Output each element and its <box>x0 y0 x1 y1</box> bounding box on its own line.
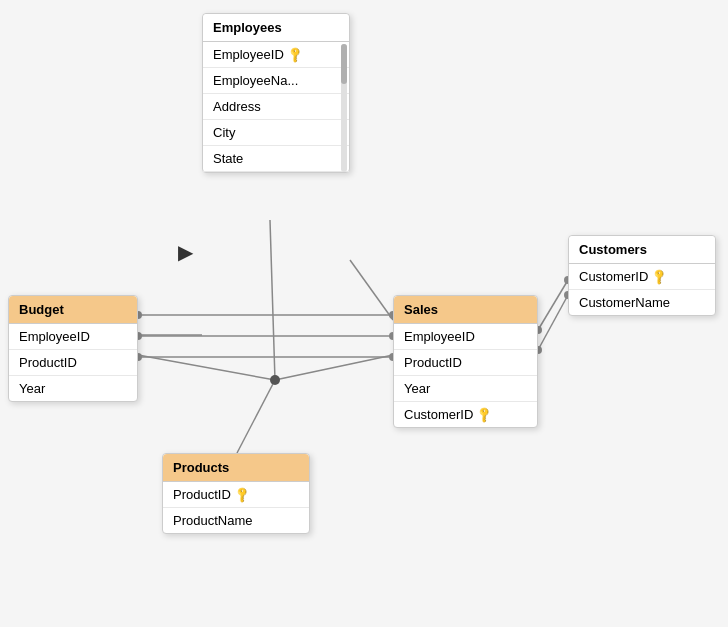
table-row: Year <box>9 376 137 401</box>
row-label: EmployeeID <box>19 329 90 344</box>
table-row: EmployeeID <box>394 324 537 350</box>
table-row: ProductID <box>9 350 137 376</box>
row-label: State <box>213 151 243 166</box>
sales-table-header: Sales <box>394 296 537 324</box>
table-row: ProductID 🔑 <box>163 482 309 508</box>
svg-line-5 <box>237 380 275 453</box>
svg-line-9 <box>538 280 568 330</box>
table-row: CustomerID 🔑 <box>394 402 537 427</box>
svg-line-10 <box>538 295 568 350</box>
svg-line-4 <box>275 355 393 380</box>
table-row: EmployeeID <box>9 324 137 350</box>
svg-line-1 <box>350 260 393 320</box>
customers-table-header: Customers <box>569 236 715 264</box>
table-row: ProductID <box>394 350 537 376</box>
table-row: EmployeeID 🔑 <box>203 42 349 68</box>
table-row: Address <box>203 94 349 120</box>
key-icon: 🔑 <box>650 267 669 286</box>
cursor: ▶ <box>178 240 193 264</box>
table-row: ProductName <box>163 508 309 533</box>
row-label: EmployeeNa... <box>213 73 298 88</box>
svg-point-11 <box>270 375 280 385</box>
table-row: Year <box>394 376 537 402</box>
table-row: City <box>203 120 349 146</box>
employees-table[interactable]: Employees EmployeeID 🔑 EmployeeNa... Add… <box>202 13 350 173</box>
svg-line-2 <box>270 220 275 380</box>
key-icon: 🔑 <box>475 405 494 424</box>
products-table[interactable]: Products ProductID 🔑 ProductName <box>162 453 310 534</box>
scrollbar[interactable] <box>341 44 347 172</box>
row-label: ProductName <box>173 513 252 528</box>
row-label: EmployeeID <box>213 47 284 62</box>
row-label: City <box>213 125 235 140</box>
row-label: CustomerID <box>579 269 648 284</box>
row-label: ProductID <box>19 355 77 370</box>
table-row: CustomerID 🔑 <box>569 264 715 290</box>
diagram-canvas[interactable]: Employees EmployeeID 🔑 EmployeeNa... Add… <box>0 0 728 627</box>
products-table-header: Products <box>163 454 309 482</box>
budget-table-header: Budget <box>9 296 137 324</box>
table-row: State <box>203 146 349 172</box>
svg-line-3 <box>138 355 275 380</box>
budget-table[interactable]: Budget EmployeeID ProductID Year <box>8 295 138 402</box>
row-label: ProductID <box>404 355 462 370</box>
table-row: EmployeeNa... <box>203 68 349 94</box>
scrollbar-thumb[interactable] <box>341 44 347 84</box>
row-label: CustomerName <box>579 295 670 310</box>
row-label: CustomerID <box>404 407 473 422</box>
customers-table[interactable]: Customers CustomerID 🔑 CustomerName <box>568 235 716 316</box>
row-label: ProductID <box>173 487 231 502</box>
sales-table[interactable]: Sales EmployeeID ProductID Year Customer… <box>393 295 538 428</box>
employees-table-header: Employees <box>203 14 349 42</box>
row-label: Year <box>19 381 45 396</box>
row-label: Year <box>404 381 430 396</box>
row-label: Address <box>213 99 261 114</box>
table-row: CustomerName <box>569 290 715 315</box>
row-label: EmployeeID <box>404 329 475 344</box>
key-icon: 🔑 <box>285 45 304 64</box>
key-icon: 🔑 <box>232 485 251 504</box>
